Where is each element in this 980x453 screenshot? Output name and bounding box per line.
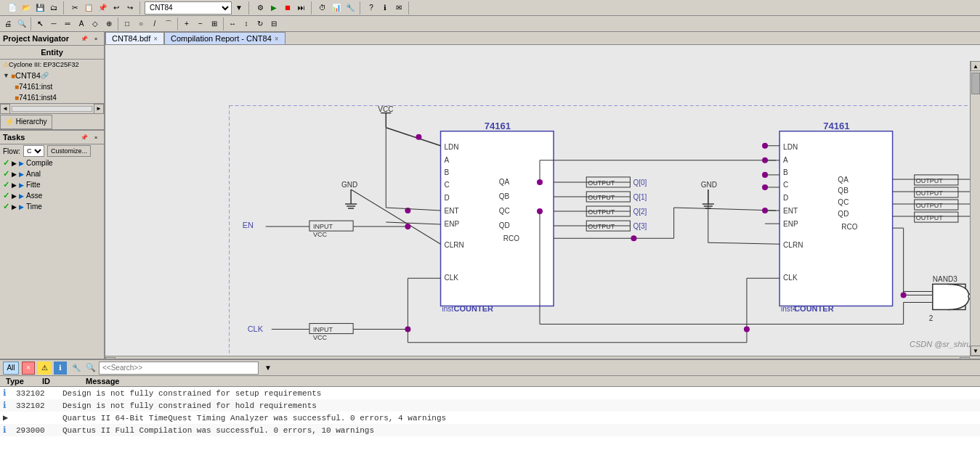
zoom-fit-btn[interactable]: ⊞	[208, 17, 221, 30]
tab-compilation-close[interactable]: ×	[275, 35, 279, 43]
svg-text:GND: GND	[701, 181, 717, 189]
msg-tools-btn[interactable]: 🔧	[70, 362, 83, 375]
tasks-pin-btn[interactable]: 📌	[79, 132, 89, 142]
stop-btn[interactable]: ⏹	[281, 1, 294, 15]
tasks-close-btn[interactable]: ×	[91, 132, 101, 142]
prog-btn[interactable]: 🔧	[344, 1, 357, 15]
task-compile[interactable]: ✓ ▶ ▶ Compile	[0, 158, 104, 168]
svg-text:inst: inst	[442, 305, 454, 313]
flow-label: Flow:	[3, 147, 20, 155]
warning-filter-btn[interactable]: ⚠	[38, 362, 51, 375]
paste-btn[interactable]: 📌	[96, 1, 109, 15]
scroll-right-btn[interactable]: ►	[94, 104, 104, 114]
msg-btn[interactable]: ✉	[392, 1, 405, 15]
top-entity-item[interactable]: ▼ ■ CNT84 🔗	[0, 70, 104, 81]
msg-text-1: Design is not fully constrained for hold…	[62, 401, 317, 410]
h-scroll-left-btn[interactable]: ◄	[105, 357, 116, 359]
svg-text:QD: QD	[838, 210, 849, 218]
msg-id-0: 332102	[16, 389, 60, 398]
task-anal[interactable]: ✓ ▶ ▶ Anal	[0, 168, 104, 179]
search-input[interactable]	[99, 362, 259, 375]
svg-point-67	[631, 235, 636, 241]
text-btn[interactable]: A	[75, 17, 88, 30]
svg-text:RCO: RCO	[503, 234, 519, 242]
customize-btn[interactable]: Customize...	[47, 145, 91, 157]
symbol-btn[interactable]: ◇	[89, 17, 102, 30]
msg-row-0[interactable]: ℹ 332102 Design is not fully constrained…	[0, 387, 980, 399]
tab-bdf-close[interactable]: ×	[153, 35, 158, 43]
nav-close-btn[interactable]: ×	[91, 33, 101, 44]
cut-btn[interactable]: ✂	[68, 1, 81, 15]
msg-row-3[interactable]: ℹ 293000 Quartus II Full Compilation was…	[0, 424, 980, 436]
msg-row-2[interactable]: ▶ Quartus II 64-Bit TimeQuest Timing Ana…	[0, 412, 980, 424]
nav-pin-btn[interactable]: 📌	[79, 33, 89, 44]
search-icon: 🔍	[86, 363, 96, 372]
flip-h-btn[interactable]: ↔	[226, 17, 239, 30]
run-btn[interactable]: ▶	[267, 1, 280, 15]
step-btn[interactable]: ⏭	[295, 1, 308, 15]
copy-btn[interactable]: 📋	[82, 1, 95, 15]
tab-bdf-label: CNT84.bdf	[112, 34, 150, 43]
svg-text:OUTPUT: OUTPUT	[588, 223, 615, 230]
search-dropdown-btn[interactable]: ▼	[262, 362, 275, 375]
save-btn[interactable]: 💾	[33, 1, 46, 15]
save-all-btn[interactable]: 🗂	[47, 1, 60, 15]
zoom-btn[interactable]: 🔍	[15, 17, 28, 30]
search-bar: 🔍 ▼	[86, 362, 977, 375]
task-fitte[interactable]: ✓ ▶ ▶ Fitte	[0, 179, 104, 190]
entity-pins-icon: 🔗	[41, 72, 49, 79]
undo-btn[interactable]: ↩	[110, 1, 123, 15]
info-btn[interactable]: ℹ	[378, 1, 392, 15]
scroll-up-btn[interactable]: ▲	[971, 61, 980, 71]
bus-btn[interactable]: ═	[61, 17, 74, 30]
circle-btn[interactable]: ○	[134, 17, 147, 30]
wire-btn[interactable]: ─	[47, 17, 60, 30]
open-btn[interactable]: 📂	[20, 1, 33, 15]
flip-v-btn[interactable]: ↕	[240, 17, 253, 30]
clear-filter-btn[interactable]: ×	[22, 362, 35, 375]
new-btn[interactable]: 📄	[6, 1, 19, 15]
rot-btn[interactable]: ↻	[254, 17, 267, 30]
flow-select[interactable]: C	[23, 145, 44, 157]
svg-text:CLRN: CLRN	[783, 241, 803, 249]
schematic-canvas[interactable]: 74161 inst COUNTER LDN A B C D ENT ENP C…	[105, 45, 980, 356]
zoom-in-btn[interactable]: +	[180, 17, 193, 30]
line-btn[interactable]: /	[148, 17, 161, 30]
select-btn[interactable]: ↖	[33, 17, 46, 30]
info-filter-btn[interactable]: ℹ	[54, 362, 67, 375]
task-time[interactable]: ✓ ▶ ▶ Time	[0, 201, 104, 212]
arc-btn[interactable]: ⌒	[162, 17, 175, 30]
selector-dropdown[interactable]: ▼	[232, 1, 246, 15]
hierarchy-tab[interactable]: ⚡ Hierarchy	[0, 115, 52, 129]
help-btn[interactable]: ?	[365, 1, 378, 15]
entity-selector[interactable]: CNT84	[145, 1, 232, 15]
zoom-out-btn[interactable]: −	[194, 17, 207, 30]
svg-text:D: D	[783, 194, 788, 202]
redo-btn[interactable]: ↪	[123, 1, 137, 15]
all-filter-btn[interactable]: All	[3, 362, 19, 375]
project-navigator-title: Project Navigator	[3, 34, 69, 43]
task-asse[interactable]: ✓ ▶ ▶ Asse	[0, 190, 104, 201]
expand-icon-time: ▶	[12, 203, 17, 211]
tab-bdf[interactable]: CNT84.bdf ×	[105, 32, 164, 44]
scroll-left-btn[interactable]: ◄	[0, 104, 10, 114]
h-scroll-right-btn[interactable]: ►	[960, 357, 970, 359]
timing-btn[interactable]: ⏱	[316, 1, 329, 15]
check-icon-asse: ✓	[3, 191, 9, 200]
schematic-area: CNT84.bdf × Compilation Report - CNT84 ×…	[105, 32, 980, 359]
tab-compilation[interactable]: Compilation Report - CNT84 ×	[164, 32, 286, 44]
print-btn[interactable]: 🖨	[1, 17, 15, 30]
box-btn[interactable]: □	[121, 17, 134, 30]
h-scrollbar[interactable]: ◄ ►	[105, 356, 980, 359]
msg-row-1[interactable]: ℹ 332102 Design is not fully constrained…	[0, 399, 980, 412]
align-btn[interactable]: ⊟	[267, 17, 280, 30]
compile-btn[interactable]: ⚙	[254, 1, 267, 15]
scroll-down-btn[interactable]: ▼	[971, 346, 980, 356]
child-entity-1[interactable]: ■ 74161:inst	[0, 81, 104, 92]
v-scrollbar[interactable]: ▲ ▼	[970, 61, 980, 356]
pin-btn[interactable]: ⊕	[102, 17, 116, 30]
msg-icon-3: ℹ	[3, 425, 13, 436]
expand-icon-fitte: ▶	[12, 181, 17, 189]
child-entity-2[interactable]: ■ 74161:inst4	[0, 92, 104, 103]
sim-btn[interactable]: 📊	[330, 1, 343, 15]
